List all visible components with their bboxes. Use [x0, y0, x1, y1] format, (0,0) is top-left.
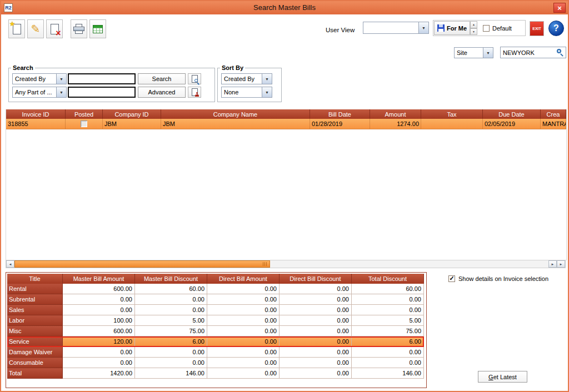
- user-view-label: User View: [326, 27, 355, 33]
- search-button[interactable]: Search: [138, 73, 186, 84]
- invoice-grid-column-header[interactable]: Tax: [421, 109, 483, 119]
- question-icon: ?: [553, 23, 559, 33]
- sort-panel: Sort By Created By ▼ None ▼: [217, 64, 282, 102]
- details-cell: 0.00: [135, 347, 207, 358]
- spin-up-icon[interactable]: ▲: [470, 21, 477, 28]
- invoice-grid-column-header[interactable]: Amount: [370, 109, 421, 119]
- details-row[interactable]: Labor100.005.000.000.005.00: [7, 315, 424, 326]
- details-cell: 0.00: [279, 347, 352, 358]
- details-column-header: Direct Bill Discount: [279, 274, 352, 284]
- search-field-combo-value: Created By: [13, 76, 56, 82]
- details-cell: 0.00: [352, 358, 424, 368]
- details-cell: 0.00: [135, 358, 207, 368]
- details-cell: 0.00: [279, 326, 352, 336]
- details-row[interactable]: Consumable0.000.000.000.000.00: [7, 358, 424, 368]
- details-row[interactable]: Total1420.00146.000.000.00146.00: [7, 368, 424, 379]
- details-cell: 600.00: [63, 326, 135, 336]
- chevron-down-icon[interactable]: ▼: [56, 87, 66, 97]
- invoice-grid-column-header[interactable]: Posted: [66, 109, 103, 119]
- search-field-combo[interactable]: Created By ▼: [12, 73, 67, 84]
- chevron-down-icon[interactable]: ▼: [56, 74, 66, 84]
- edit-button[interactable]: ✎: [27, 19, 44, 38]
- details-panel: TitleMaster Bill AmountMaster Bill Disco…: [6, 272, 427, 388]
- sort-secondary-value: None: [222, 89, 262, 96]
- search-icon[interactable]: [556, 48, 565, 57]
- details-cell: 100.00: [63, 315, 135, 326]
- details-cell: 0.00: [207, 294, 279, 305]
- show-details-checkbox[interactable]: ✓ Show details on Invoice selection: [448, 275, 548, 282]
- chevron-down-icon[interactable]: ▼: [418, 22, 428, 33]
- details-cell: 0.00: [207, 284, 279, 294]
- details-cell: 0.00: [352, 347, 424, 358]
- location-field[interactable]: NEWYORK: [500, 47, 566, 58]
- scroll-right-button[interactable]: ►: [548, 260, 557, 268]
- horizontal-scrollbar[interactable]: ◄ ► ►: [6, 260, 566, 268]
- user-view-combo[interactable]: ▼: [363, 22, 429, 34]
- default-checkbox[interactable]: Default: [483, 25, 512, 32]
- invoice-grid-column-header[interactable]: Bill Date: [310, 109, 370, 119]
- details-row[interactable]: Damage Waiver0.000.000.000.000.00: [7, 347, 424, 358]
- search-report-button[interactable]: [188, 73, 201, 84]
- details-cell: 60.00: [135, 284, 207, 294]
- new-button[interactable]: ★: [8, 19, 25, 38]
- details-row[interactable]: Misc600.0075.000.000.0075.00: [7, 326, 424, 336]
- sort-legend: Sort By: [220, 64, 245, 71]
- invoice-grid-cell: 02/05/2019: [483, 119, 541, 129]
- details-row[interactable]: Rental600.0060.000.000.0060.00: [7, 284, 424, 294]
- chevron-down-icon[interactable]: ▼: [483, 48, 493, 58]
- close-button[interactable]: ×: [553, 3, 566, 13]
- exit-button[interactable]: EXIT: [530, 21, 544, 36]
- print-button[interactable]: [71, 19, 87, 38]
- red-x-icon: ×: [56, 29, 61, 38]
- invoice-grid-column-header[interactable]: Invoice ID: [6, 109, 66, 119]
- window-title: Search Master Bills: [1, 1, 568, 14]
- for-me-group: For Me ▲ ▼ Default: [433, 20, 526, 36]
- default-label: Default: [492, 25, 512, 32]
- invoice-grid-row[interactable]: 318855JBMJBM01/28/20191274.0002/05/2019M…: [6, 119, 566, 129]
- show-details-checkbox-box[interactable]: ✓: [448, 275, 455, 282]
- details-cell: 0.00: [207, 326, 279, 336]
- sort-primary-combo[interactable]: Created By ▼: [221, 73, 272, 84]
- invoice-grid: Invoice IDPostedCompany IDCompany NameBi…: [6, 109, 567, 260]
- details-cell: 0.00: [63, 347, 135, 358]
- spin-down-icon[interactable]: ▼: [470, 28, 477, 36]
- details-cell: 146.00: [352, 368, 424, 379]
- search-match-combo[interactable]: Any Part of ... ▼: [12, 87, 67, 98]
- export-button[interactable]: [89, 19, 106, 38]
- scroll-left-button[interactable]: ◄: [6, 260, 14, 268]
- scrollbar-track[interactable]: [14, 260, 548, 268]
- save-icon: [437, 24, 445, 32]
- invoice-grid-cell: JBM: [161, 119, 310, 129]
- advanced-report-button[interactable]: [188, 87, 201, 98]
- invoice-grid-column-header[interactable]: Due Date: [483, 109, 541, 119]
- posted-checkbox[interactable]: [81, 120, 87, 127]
- search-input[interactable]: [68, 73, 136, 84]
- details-row[interactable]: Subrental0.000.000.000.000.00: [7, 294, 424, 305]
- site-combo[interactable]: Site ▼: [454, 47, 493, 58]
- invoice-grid-cell: [421, 119, 483, 129]
- invoice-grid-column-header[interactable]: Company ID: [103, 109, 161, 119]
- match-input[interactable]: [68, 87, 136, 98]
- help-button[interactable]: ?: [548, 21, 564, 36]
- details-row[interactable]: Service120.006.000.000.006.00: [7, 336, 424, 347]
- invoice-grid-header-row: Invoice IDPostedCompany IDCompany NameBi…: [6, 109, 566, 119]
- chevron-down-icon[interactable]: ▼: [262, 87, 272, 97]
- details-row-title: Sales: [7, 305, 63, 315]
- scrollbar-thumb[interactable]: [14, 260, 270, 268]
- details-row[interactable]: Sales0.000.000.000.000.00: [7, 305, 424, 315]
- invoice-grid-cell: 318855: [6, 119, 66, 129]
- for-me-button[interactable]: For Me: [434, 21, 470, 35]
- delete-button[interactable]: ×: [46, 19, 63, 38]
- get-latest-button[interactable]: Get Latest: [478, 371, 527, 383]
- chevron-down-icon[interactable]: ▼: [262, 74, 272, 84]
- default-checkbox-box[interactable]: [483, 25, 490, 32]
- details-cell: 6.00: [352, 336, 424, 347]
- search-legend: Search: [11, 64, 35, 71]
- sort-secondary-combo[interactable]: None ▼: [221, 87, 272, 98]
- check-icon: ✓: [449, 275, 454, 282]
- invoice-grid-column-header[interactable]: Crea: [541, 109, 566, 119]
- advanced-button[interactable]: Advanced: [138, 87, 186, 98]
- invoice-grid-column-header[interactable]: Company Name: [161, 109, 310, 119]
- scroll-right-edge-button[interactable]: ►: [557, 260, 565, 268]
- details-cell: 0.00: [279, 358, 352, 368]
